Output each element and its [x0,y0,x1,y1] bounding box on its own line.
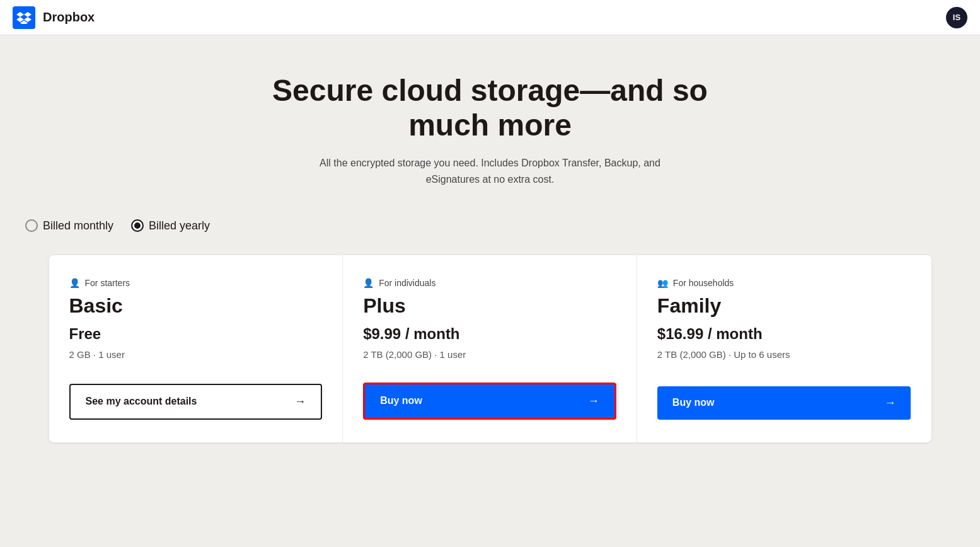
plan-card-plus: 👤 For individuals Plus $9.99 / month 2 T… [343,255,637,442]
hero-subtitle: All the encrypted storage you need. Incl… [308,155,673,187]
plan-storage-basic: 2 GB · 1 user [69,349,323,360]
arrow-icon-family: → [884,396,896,410]
plan-audience-family: 👥 For households [657,278,911,288]
billing-monthly-radio[interactable] [25,219,38,232]
plan-name-family: Family [657,294,911,318]
billing-yearly-option[interactable]: Billed yearly [131,219,210,233]
plan-cta-family[interactable]: Buy now → [657,386,911,420]
header: Dropbox IS [0,0,980,35]
arrow-icon-plus: → [588,394,599,408]
hero-title: Secure cloud storage—and so much more [270,73,711,142]
billing-yearly-label: Billed yearly [149,219,210,233]
app-title: Dropbox [43,10,95,25]
plan-audience-label-family: For households [673,278,734,288]
people-icon: 👥 [657,278,668,288]
plan-storage-family: 2 TB (2,000 GB) · Up to 6 users [657,349,911,360]
plan-card-basic: 👤 For starters Basic Free 2 GB · 1 user … [49,255,343,442]
dropbox-logo-icon [16,11,32,24]
billing-monthly-label: Billed monthly [43,219,113,233]
avatar[interactable]: IS [946,7,967,28]
plan-cta-plus[interactable]: Buy now → [363,383,616,420]
plan-audience-label-basic: For starters [85,278,130,288]
plan-price-basic: Free [69,325,323,343]
dropbox-logo-box [13,6,35,29]
plan-audience-basic: 👤 For starters [69,278,323,288]
plan-card-family: 👥 For households Family $16.99 / month 2… [637,255,931,442]
billing-monthly-option[interactable]: Billed monthly [25,219,113,233]
plan-price-plus: $9.99 / month [363,325,616,343]
plans-grid: 👤 For starters Basic Free 2 GB · 1 user … [49,255,931,442]
billing-toggle: Billed monthly Billed yearly [25,219,908,233]
header-left: Dropbox [13,6,95,29]
main-content: Secure cloud storage—and so much more Al… [0,35,980,468]
plan-audience-label-plus: For individuals [379,278,435,288]
person-icon: 👤 [69,278,80,288]
plan-price-family: $16.99 / month [657,325,911,343]
billing-yearly-radio[interactable] [131,219,144,232]
plan-audience-plus: 👤 For individuals [363,278,616,288]
plan-name-basic: Basic [69,294,323,318]
person-icon-plus: 👤 [363,278,374,288]
arrow-icon-basic: → [294,395,306,408]
plan-storage-plus: 2 TB (2,000 GB) · 1 user [363,349,616,360]
plan-cta-basic[interactable]: See my account details → [69,384,323,420]
plan-name-plus: Plus [363,294,616,318]
